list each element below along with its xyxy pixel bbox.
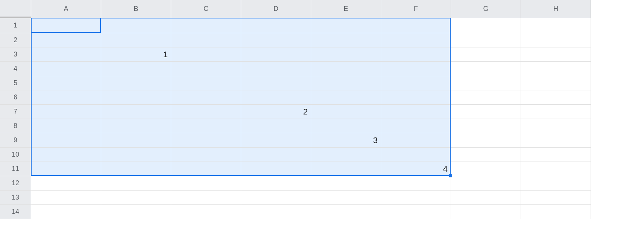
- row-header-11[interactable]: 11: [0, 162, 31, 176]
- cell-e5[interactable]: [311, 76, 381, 90]
- cell-g6[interactable]: [451, 90, 521, 105]
- cell-f6[interactable]: [381, 90, 451, 105]
- cell-a1[interactable]: [31, 18, 101, 33]
- cell-f9[interactable]: [381, 133, 451, 148]
- cell-h7[interactable]: [521, 105, 591, 119]
- cell-a14[interactable]: [31, 205, 101, 219]
- cell-b11[interactable]: [101, 162, 171, 176]
- row-header-12[interactable]: 12: [0, 176, 31, 191]
- cell-g14[interactable]: [451, 205, 521, 219]
- cell-e11[interactable]: [311, 162, 381, 176]
- cell-a8[interactable]: [31, 119, 101, 133]
- cell-c8[interactable]: [171, 119, 241, 133]
- cell-f5[interactable]: [381, 76, 451, 90]
- cell-a7[interactable]: [31, 105, 101, 119]
- cell-g2[interactable]: [451, 33, 521, 47]
- cell-a9[interactable]: [31, 133, 101, 148]
- cell-e13[interactable]: [311, 191, 381, 205]
- cell-h4[interactable]: [521, 62, 591, 76]
- cell-c6[interactable]: [171, 90, 241, 105]
- cell-f1[interactable]: [381, 18, 451, 33]
- cell-c4[interactable]: [171, 62, 241, 76]
- cell-e3[interactable]: [311, 47, 381, 62]
- cell-g8[interactable]: [451, 119, 521, 133]
- column-header-g[interactable]: G: [451, 0, 521, 18]
- cell-c5[interactable]: [171, 76, 241, 90]
- cell-h13[interactable]: [521, 191, 591, 205]
- cell-b14[interactable]: [101, 205, 171, 219]
- cell-c10[interactable]: [171, 148, 241, 162]
- cell-g11[interactable]: [451, 162, 521, 176]
- row-header-1[interactable]: 1: [0, 18, 31, 33]
- cell-e10[interactable]: [311, 148, 381, 162]
- cell-g3[interactable]: [451, 47, 521, 62]
- cell-a11[interactable]: [31, 162, 101, 176]
- cell-e2[interactable]: [311, 33, 381, 47]
- cell-d4[interactable]: [241, 62, 311, 76]
- cell-g13[interactable]: [451, 191, 521, 205]
- cell-f3[interactable]: [381, 47, 451, 62]
- cell-g4[interactable]: [451, 62, 521, 76]
- cell-b1[interactable]: [101, 18, 171, 33]
- cell-c2[interactable]: [171, 33, 241, 47]
- cell-g12[interactable]: [451, 176, 521, 191]
- cell-e4[interactable]: [311, 62, 381, 76]
- cell-h10[interactable]: [521, 148, 591, 162]
- cell-a3[interactable]: [31, 47, 101, 62]
- cell-d10[interactable]: [241, 148, 311, 162]
- cell-e1[interactable]: [311, 18, 381, 33]
- row-header-13[interactable]: 13: [0, 191, 31, 205]
- cell-f10[interactable]: [381, 148, 451, 162]
- cell-c1[interactable]: [171, 18, 241, 33]
- cell-h5[interactable]: [521, 76, 591, 90]
- cell-d8[interactable]: [241, 119, 311, 133]
- cell-c7[interactable]: [171, 105, 241, 119]
- cell-f11[interactable]: 4: [381, 162, 451, 176]
- cell-d14[interactable]: [241, 205, 311, 219]
- cell-f2[interactable]: [381, 33, 451, 47]
- cell-b8[interactable]: [101, 119, 171, 133]
- cell-g7[interactable]: [451, 105, 521, 119]
- row-header-5[interactable]: 5: [0, 76, 31, 90]
- row-header-4[interactable]: 4: [0, 62, 31, 76]
- cell-f7[interactable]: [381, 105, 451, 119]
- cell-d5[interactable]: [241, 76, 311, 90]
- cell-b3[interactable]: 1: [101, 47, 171, 62]
- row-header-14[interactable]: 14: [0, 205, 31, 219]
- row-header-8[interactable]: 8: [0, 119, 31, 133]
- cell-e12[interactable]: [311, 176, 381, 191]
- cell-d12[interactable]: [241, 176, 311, 191]
- row-header-9[interactable]: 9: [0, 133, 31, 148]
- cell-b5[interactable]: [101, 76, 171, 90]
- cell-g1[interactable]: [451, 18, 521, 33]
- cell-b10[interactable]: [101, 148, 171, 162]
- column-header-e[interactable]: E: [311, 0, 381, 18]
- cell-d7[interactable]: 2: [241, 105, 311, 119]
- cell-c9[interactable]: [171, 133, 241, 148]
- select-all-corner[interactable]: [0, 0, 31, 18]
- cell-d13[interactable]: [241, 191, 311, 205]
- cell-b2[interactable]: [101, 33, 171, 47]
- cell-c11[interactable]: [171, 162, 241, 176]
- cell-e7[interactable]: [311, 105, 381, 119]
- column-header-d[interactable]: D: [241, 0, 311, 18]
- cell-f13[interactable]: [381, 191, 451, 205]
- cell-c13[interactable]: [171, 191, 241, 205]
- column-header-a[interactable]: A: [31, 0, 101, 18]
- column-header-h[interactable]: H: [521, 0, 591, 18]
- selection-handle[interactable]: [449, 174, 452, 177]
- cell-a5[interactable]: [31, 76, 101, 90]
- cell-c14[interactable]: [171, 205, 241, 219]
- cell-e6[interactable]: [311, 90, 381, 105]
- row-header-2[interactable]: 2: [0, 33, 31, 47]
- cell-f4[interactable]: [381, 62, 451, 76]
- cell-h12[interactable]: [521, 176, 591, 191]
- cell-d1[interactable]: [241, 18, 311, 33]
- cell-h9[interactable]: [521, 133, 591, 148]
- cell-b4[interactable]: [101, 62, 171, 76]
- cell-g10[interactable]: [451, 148, 521, 162]
- cell-f12[interactable]: [381, 176, 451, 191]
- cell-a4[interactable]: [31, 62, 101, 76]
- cell-d9[interactable]: [241, 133, 311, 148]
- cell-a6[interactable]: [31, 90, 101, 105]
